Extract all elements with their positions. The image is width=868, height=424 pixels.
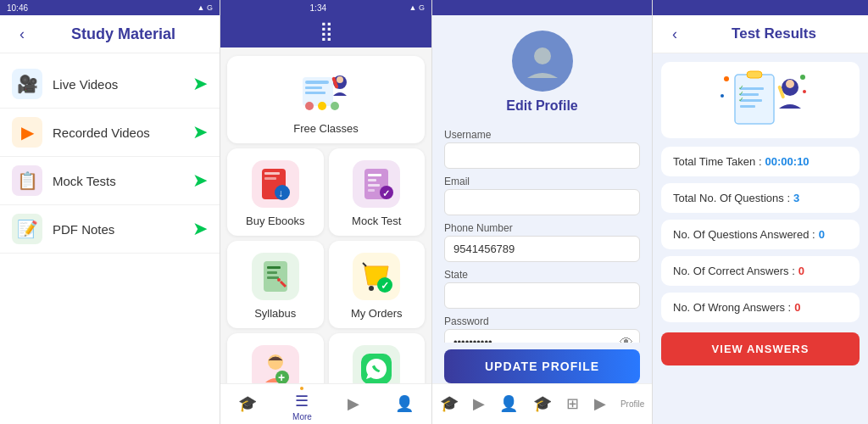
menu-grid-panel: 1:34 ▲ G ⣿ [220,0,432,424]
status-icons-2: ▲ G [409,3,425,12]
panel1-header: ‹ Study Material [0,15,220,53]
bottom-nav-2: 🎓 ☰ More ▶ 👤 [220,383,431,424]
stat-time-taken: Total Time Taken : 00:00:10 [661,147,860,176]
stat-wrong-answers: No. Of Wrong Answers : 0 [661,293,860,322]
edit-profile-title: Edit Profile [506,98,577,114]
syllabus-label: Syllabus [254,307,296,320]
status-icons: ▲ G [198,3,213,12]
avatar [512,31,573,92]
email-label: Email [444,176,640,187]
email-input[interactable] [444,189,640,215]
mock-test-grid-label: Mock Test [352,215,401,227]
mock-tests-label: Mock Tests [53,174,192,188]
svg-point-51 [721,94,724,98]
menu-item-live-videos[interactable]: 🎥 Live Videos ➤ [0,60,220,109]
username-input[interactable] [444,142,640,169]
mock-test-grid-icon: ✓ [353,160,400,208]
menu-item-pdf-notes[interactable]: 📝 PDF Notes ➤ [0,205,220,254]
test-results-panel: ‹ Test Results ✓ ✓ ✓ [653,0,868,424]
svg-text:✓: ✓ [738,96,744,103]
phone-label: Phone Number [444,222,640,234]
svg-rect-2 [305,86,322,89]
nav-more-label: More [292,412,312,421]
svg-text:↓: ↓ [278,187,283,199]
mock-tests-icon: 📋 [12,165,42,196]
grid-item-buy-ebooks[interactable]: ↓ Buy Ebooks [227,148,324,236]
answered-label: No. Of Questions Answered : [673,228,815,241]
svg-rect-16 [368,174,381,176]
svg-rect-25 [267,276,279,279]
grid-item-my-orders[interactable]: ✓ My Orders [329,241,426,328]
svg-point-52 [803,90,806,93]
nav-home-3[interactable]: 🎓 [435,391,464,418]
arrow-icon-pdf: ➤ [192,218,208,240]
buy-ebooks-label: Buy Ebooks [246,215,304,227]
wrong-label: No. Of Wrong Answers : [673,301,791,314]
buy-ebooks-icon: ↓ [252,160,299,208]
nav-play-3[interactable]: ▶ [589,391,611,418]
password-input[interactable] [444,329,640,343]
nav-home-2[interactable]: 🎓 [233,391,262,418]
pdf-notes-label: PDF Notes [53,222,192,237]
answered-value: 0 [819,228,825,241]
result-illustration: ✓ ✓ ✓ [661,62,860,138]
nav-courses-3[interactable]: 🎓 [528,391,557,418]
grid-item-whatsapp[interactable]: Whatsapp Us [329,333,426,383]
svg-rect-24 [267,271,277,274]
grid-item-syllabus[interactable]: Syllabus [227,241,324,328]
svg-point-28 [369,286,374,291]
view-answers-button[interactable]: VIEW ANSWERS [661,332,860,365]
svg-rect-11 [264,172,280,175]
password-field-wrap: 👁 [444,329,640,343]
grid-item-invite-friends[interactable]: + Invite Friends [227,333,324,383]
nav-profile-2[interactable]: 👤 [390,391,419,418]
svg-text:✓: ✓ [382,188,390,198]
svg-point-8 [318,102,326,110]
study-material-panel: 10:46 ▲ G ‹ Study Material 🎥 Live Videos… [0,0,220,424]
phone-input[interactable] [444,236,640,262]
nav-profile-label-3[interactable]: Profile [615,396,649,412]
panel4-status-bar [653,0,868,15]
stat-answered: No. Of Questions Answered : 0 [661,220,860,249]
username-label: Username [444,129,640,141]
grid-item-free-classes[interactable]: Free Classes [227,56,425,143]
arrow-icon-live: ➤ [192,73,208,95]
correct-value: 0 [798,265,804,277]
nav-videos-2[interactable]: ▶ [342,391,364,418]
back-button-4[interactable]: ‹ [665,24,685,44]
nav-grid-3[interactable]: ⊞ [561,391,584,418]
avatar-section: Edit Profile [432,15,652,129]
password-label: Password [444,315,640,327]
correct-label: No. Of Correct Answers : [673,265,795,277]
svg-rect-12 [264,177,276,180]
free-classes-icon [297,68,356,115]
menu-item-recorded-videos[interactable]: ▶ Recorded Videos ➤ [0,109,220,157]
nav-profile-3[interactable]: 👤 [494,391,523,418]
back-button[interactable]: ‹ [12,24,32,44]
live-videos-label: Live Videos [53,77,192,92]
menu-item-mock-tests[interactable]: 📋 Mock Tests ➤ [0,157,220,205]
nav-video-3[interactable]: ▶ [468,391,490,418]
total-questions-label: Total No. Of Questions : [673,192,790,204]
total-questions-value: 3 [793,192,799,204]
invite-friends-icon: + [252,345,299,383]
free-classes-label: Free Classes [293,122,359,135]
status-time: 10:46 [7,3,28,13]
svg-rect-17 [368,179,376,181]
nav-more[interactable]: ☰ More [287,383,317,424]
show-password-icon[interactable]: 👁 [620,335,633,343]
username-field-group: Username [444,129,640,169]
state-input[interactable] [444,282,640,309]
bottom-nav-3: 🎓 ▶ 👤 🎓 ⊞ ▶ Profile [432,383,652,424]
svg-text:✓: ✓ [381,280,389,292]
pdf-notes-icon: 📝 [12,214,42,244]
time-taken-value: 00:00:10 [765,155,810,168]
grid-item-mock-test[interactable]: ✓ Mock Test [329,148,426,236]
arrow-icon-mock: ➤ [192,170,208,192]
update-profile-button[interactable]: UPDATE PROFILE [444,349,640,383]
panel2-header: ⣿ [220,15,431,47]
menu-list: 🎥 Live Videos ➤ ▶ Recorded Videos ➤ 📋 Mo… [0,53,220,424]
recorded-videos-label: Recorded Videos [53,126,192,140]
svg-point-7 [305,102,314,110]
svg-text:+: + [278,371,285,383]
